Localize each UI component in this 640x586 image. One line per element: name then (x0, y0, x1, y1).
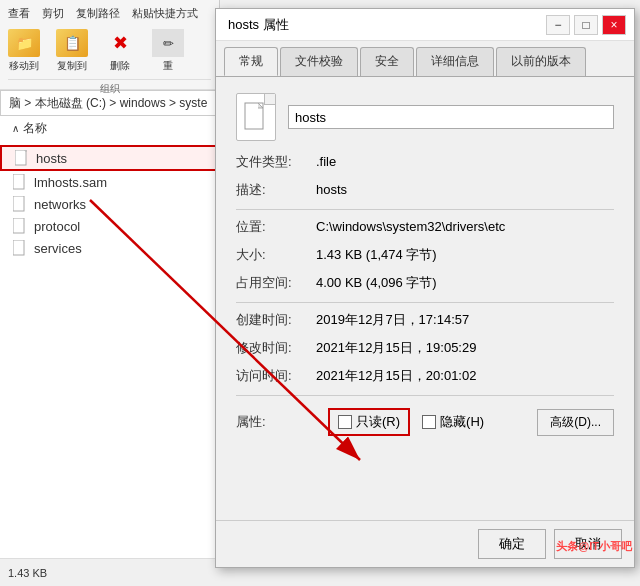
file-list-header: ∧ 名称 (0, 116, 219, 141)
big-file-icon (236, 93, 276, 141)
dialog-content: 文件类型: .file 描述: hosts 位置: C:\windows\sys… (216, 77, 634, 520)
hidden-label: 隐藏(H) (440, 413, 484, 431)
rename-label: 重 (163, 59, 173, 73)
attributes-row: 属性: 只读(R) 隐藏(H) 高级(D)... (236, 408, 614, 436)
readonly-label: 只读(R) (356, 413, 400, 431)
prop-location: 位置: C:\windows\system32\drivers\etc (236, 218, 614, 236)
size-value: 1.43 KB (1,474 字节) (316, 246, 437, 264)
services-file-icon (12, 240, 28, 256)
tab-security[interactable]: 安全 (360, 47, 414, 76)
rename-button[interactable]: ✏ 重 (152, 29, 184, 73)
group-label: 组织 (8, 79, 211, 96)
accessed-value: 2021年12月15日，20:01:02 (316, 367, 476, 385)
status-bar: 1.43 KB (0, 558, 220, 586)
tab-previous-versions[interactable]: 以前的版本 (496, 47, 586, 76)
svg-rect-1 (13, 174, 24, 189)
dialog-title: hosts 属性 (228, 16, 289, 34)
filetype-label: 文件类型: (236, 153, 316, 171)
readonly-checkbox[interactable] (338, 415, 352, 429)
svg-rect-3 (13, 218, 24, 233)
svg-rect-2 (13, 196, 24, 211)
dialog-controls: − □ × (546, 15, 626, 35)
copy-to-label: 复制到 (57, 59, 87, 73)
tab-checksum[interactable]: 文件校验 (280, 47, 358, 76)
prop-size: 大小: 1.43 KB (1,474 字节) (236, 246, 614, 264)
ok-button[interactable]: 确定 (478, 529, 546, 559)
delete-button[interactable]: ✖ 删除 (104, 29, 136, 73)
location-value: C:\windows\system32\drivers\etc (316, 219, 505, 234)
location-label: 位置: (236, 218, 316, 236)
created-value: 2019年12月7日，17:14:57 (316, 311, 469, 329)
file-name-hosts: hosts (36, 151, 67, 166)
delete-icon: ✖ (104, 29, 136, 57)
prop-created: 创建时间: 2019年12月7日，17:14:57 (236, 311, 614, 329)
file-item-hosts[interactable]: hosts (0, 145, 219, 171)
delete-label: 删除 (110, 59, 130, 73)
breadcrumb-text: 脑 > 本地磁盘 (C:) > windows > syste (9, 95, 207, 112)
file-item-protocol[interactable]: protocol (0, 215, 219, 237)
description-value: hosts (316, 182, 347, 197)
move-to-button[interactable]: 📁 移动到 (8, 29, 40, 73)
cut-menu[interactable]: 剪切 (42, 6, 64, 21)
tab-previous-versions-label: 以前的版本 (511, 54, 571, 68)
column-name-header: 名称 (23, 120, 47, 137)
paste-shortcut-menu[interactable]: 粘贴快捷方式 (132, 6, 198, 21)
prop-filetype: 文件类型: .file (236, 153, 614, 171)
file-name-services: services (34, 241, 82, 256)
filename-input[interactable] (288, 105, 614, 129)
modified-value: 2021年12月15日，19:05:29 (316, 339, 476, 357)
tab-general[interactable]: 常规 (224, 47, 278, 76)
maximize-button[interactable]: □ (574, 15, 598, 35)
tab-details[interactable]: 详细信息 (416, 47, 494, 76)
file-item-services[interactable]: services (0, 237, 219, 259)
description-label: 描述: (236, 181, 316, 199)
close-button[interactable]: × (602, 15, 626, 35)
prop-accessed: 访问时间: 2021年12月15日，20:01:02 (236, 367, 614, 385)
file-explorer: 查看 剪切 复制路径 粘贴快捷方式 📁 移动到 📋 复制到 ✖ 删除 ✏ 重 组… (0, 0, 220, 586)
move-icon: 📁 (8, 29, 40, 57)
disksize-value: 4.00 KB (4,096 字节) (316, 274, 437, 292)
modified-label: 修改时间: (236, 339, 316, 357)
filetype-value: .file (316, 154, 336, 169)
tab-checksum-label: 文件校验 (295, 54, 343, 68)
file-item-networks[interactable]: networks (0, 193, 219, 215)
advanced-button[interactable]: 高级(D)... (537, 409, 614, 436)
hidden-checkbox[interactable] (422, 415, 436, 429)
status-size: 1.43 KB (8, 567, 47, 579)
tab-security-label: 安全 (375, 54, 399, 68)
file-item-lmhosts[interactable]: lmhosts.sam (0, 171, 219, 193)
watermark: 头条@IT小哥吧 (556, 539, 632, 554)
file-list: hosts lmhosts.sam networks (0, 141, 219, 263)
protocol-file-icon (12, 218, 28, 234)
copy-to-button[interactable]: 📋 复制到 (56, 29, 88, 73)
file-name-lmhosts: lmhosts.sam (34, 175, 107, 190)
size-label: 大小: (236, 246, 316, 264)
disksize-label: 占用空间: (236, 274, 316, 292)
created-label: 创建时间: (236, 311, 316, 329)
breadcrumb: 脑 > 本地磁盘 (C:) > windows > syste (0, 90, 219, 116)
hidden-checkbox-container: 隐藏(H) (422, 413, 484, 431)
tab-details-label: 详细信息 (431, 54, 479, 68)
rename-icon: ✏ (152, 29, 184, 57)
view-menu[interactable]: 查看 (8, 6, 30, 21)
svg-rect-4 (13, 240, 24, 255)
toolbar: 查看 剪切 复制路径 粘贴快捷方式 📁 移动到 📋 复制到 ✖ 删除 ✏ 重 组… (0, 0, 219, 90)
attributes-label: 属性: (236, 413, 316, 431)
hosts-file-icon (14, 150, 30, 166)
minimize-button[interactable]: − (546, 15, 570, 35)
tab-general-label: 常规 (239, 54, 263, 68)
readonly-checkbox-container: 只读(R) (328, 408, 410, 436)
svg-rect-0 (15, 150, 26, 165)
divider-3 (236, 395, 614, 396)
divider-2 (236, 302, 614, 303)
copy-icon: 📋 (56, 29, 88, 57)
file-name-networks: networks (34, 197, 86, 212)
properties-dialog: hosts 属性 − □ × 常规 文件校验 安全 详细信息 以前的版本 (215, 8, 635, 568)
copy-path-menu[interactable]: 复制路径 (76, 6, 120, 21)
prop-description: 描述: hosts (236, 181, 614, 199)
lmhosts-file-icon (12, 174, 28, 190)
move-to-label: 移动到 (9, 59, 39, 73)
file-name-protocol: protocol (34, 219, 80, 234)
prop-disksize: 占用空间: 4.00 KB (4,096 字节) (236, 274, 614, 292)
dialog-tabs: 常规 文件校验 安全 详细信息 以前的版本 (216, 41, 634, 77)
